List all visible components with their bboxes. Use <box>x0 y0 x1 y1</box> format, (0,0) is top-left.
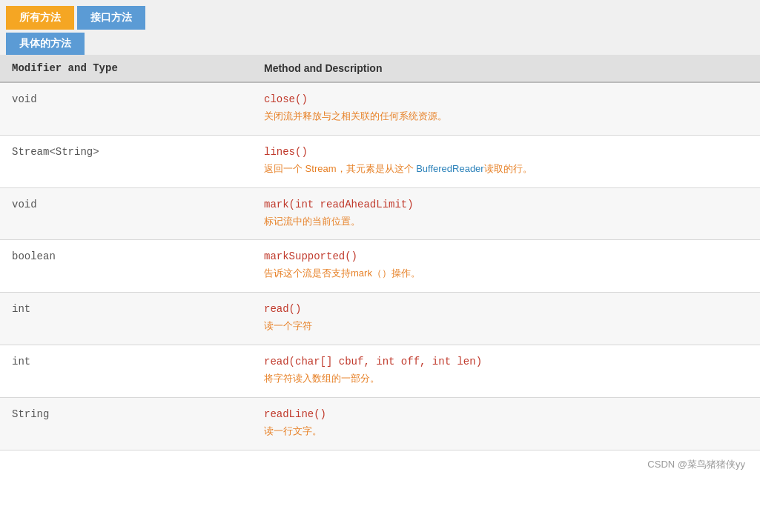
method-name: read() <box>264 303 748 315</box>
tab-all-methods[interactable]: 所有方法 <box>6 6 74 30</box>
table-header-row: Modifier and Type Method and Description <box>0 55 760 82</box>
tab-interface-methods[interactable]: 接口方法 <box>77 6 145 30</box>
col-method-header: Method and Description <box>252 55 760 82</box>
method-name: mark(int readAheadLimit) <box>264 199 748 210</box>
method-description: 将字符读入数组的一部分。 <box>264 373 380 384</box>
cell-method: close()关闭流并释放与之相关联的任何系统资源。 <box>252 82 760 135</box>
tab-concrete-methods[interactable]: 具体的方法 <box>6 33 85 55</box>
footer-bar: CSDN @菜鸟猪猪侠yy <box>0 450 760 479</box>
table-row: voidclose()关闭流并释放与之相关联的任何系统资源。 <box>0 82 760 135</box>
cell-method: mark(int readAheadLimit)标记流中的当前位置。 <box>252 187 760 240</box>
table-row: intread()读一个字符 <box>0 293 760 345</box>
footer-credit: CSDN @菜鸟猪猪侠yy <box>647 459 745 470</box>
tabs-second-row: 具体的方法 <box>0 30 760 55</box>
cell-modifier: int <box>0 293 252 345</box>
cell-modifier: void <box>0 82 252 135</box>
table-row: voidmark(int readAheadLimit)标记流中的当前位置。 <box>0 187 760 240</box>
cell-method: readLine()读一行文字。 <box>252 397 760 450</box>
table-row: StringreadLine()读一行文字。 <box>0 397 760 450</box>
method-description: 读一行文字。 <box>264 425 322 436</box>
tabs-top-row: 所有方法 接口方法 <box>0 0 760 30</box>
method-name: close() <box>264 93 748 105</box>
method-name: readLine() <box>264 408 748 420</box>
method-description: 返回一个 Stream，其元素是从这个 BufferedReader读取的行。 <box>264 163 532 174</box>
cell-modifier: boolean <box>0 240 252 293</box>
method-description: 关闭流并释放与之相关联的任何系统资源。 <box>264 110 447 122</box>
cell-modifier: int <box>0 345 252 397</box>
table-row: Stream<String>lines()返回一个 Stream，其元素是从这个… <box>0 135 760 187</box>
cell-modifier: String <box>0 397 252 450</box>
methods-table: Modifier and Type Method and Description… <box>0 55 760 450</box>
col-modifier-header: Modifier and Type <box>0 55 252 82</box>
method-description: 读一个字符 <box>264 320 312 331</box>
method-name: markSupported() <box>264 250 748 262</box>
cell-method: read()读一个字符 <box>252 293 760 345</box>
method-description: 告诉这个流是否支持mark（）操作。 <box>264 267 420 279</box>
cell-method: lines()返回一个 Stream，其元素是从这个 BufferedReade… <box>252 135 760 187</box>
method-description: 标记流中的当前位置。 <box>264 216 360 227</box>
cell-modifier: Stream<String> <box>0 135 252 187</box>
table-row: intread(char[] cbuf, int off, int len)将字… <box>0 345 760 397</box>
tab-container: 所有方法 接口方法 具体的方法 <box>0 0 760 55</box>
cell-method: read(char[] cbuf, int off, int len)将字符读入… <box>252 345 760 397</box>
method-name: lines() <box>264 146 748 158</box>
table-row: booleanmarkSupported()告诉这个流是否支持mark（）操作。 <box>0 240 760 293</box>
cell-modifier: void <box>0 187 252 240</box>
method-name: read(char[] cbuf, int off, int len) <box>264 356 748 368</box>
cell-method: markSupported()告诉这个流是否支持mark（）操作。 <box>252 240 760 293</box>
